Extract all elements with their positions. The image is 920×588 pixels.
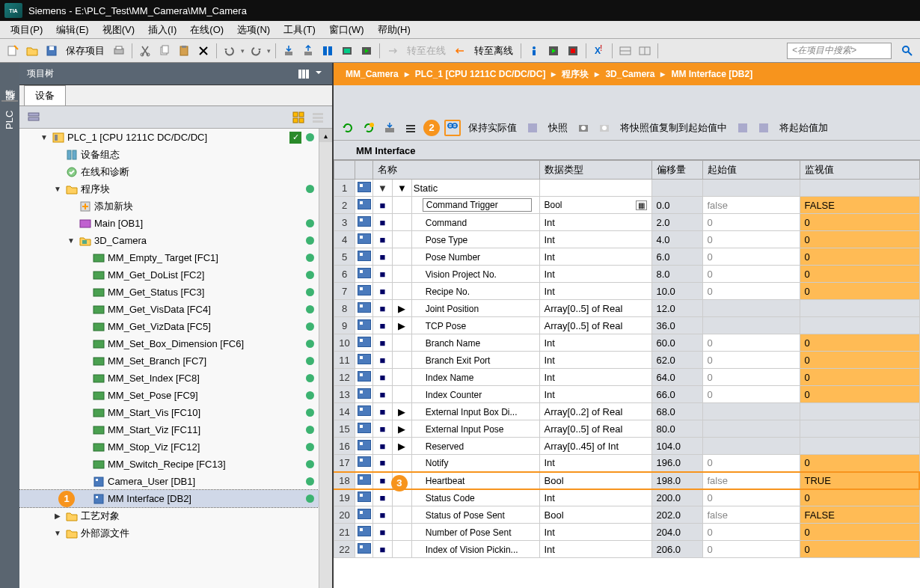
cell-name[interactable]: Number of Pose Sent <box>411 524 539 541</box>
redo-button[interactable] <box>248 43 264 59</box>
cell-type[interactable]: Int <box>539 489 651 506</box>
tree-node[interactable]: ▶工艺对象 <box>19 507 332 524</box>
table-row[interactable]: 2■Command TriggerBool▦0.0falseFALSE <box>334 197 920 214</box>
paste-button[interactable] <box>176 43 192 59</box>
tree-node[interactable]: ▼PLC_1 [CPU 1211C DC/DC/DC]✓ <box>19 129 332 146</box>
cell-name[interactable]: Joint Position <box>411 300 539 317</box>
tree-node[interactable]: MM_Get_VizData [FC5] <box>19 318 332 335</box>
tree-detail-button[interactable] <box>310 109 326 126</box>
table-row[interactable]: 15■▶External Input PoseArray[0..5] of Re… <box>334 420 920 438</box>
tree-node[interactable]: MM_Get_VisData [FC4] <box>19 301 332 318</box>
cell-start-value[interactable]: 0 <box>702 489 800 506</box>
col-offset[interactable]: 偏移量 <box>651 161 702 180</box>
cell-type[interactable]: Int <box>539 231 651 248</box>
cell-start-value[interactable]: 0 <box>702 231 800 248</box>
cell-type[interactable]: Int <box>539 352 651 369</box>
cell-start-value[interactable]: 0 <box>702 369 800 386</box>
tree-node[interactable]: MM_Stop_Viz [FC12] <box>19 438 332 456</box>
tree-node[interactable]: MM_Set_Box_Dimension [FC6] <box>19 335 332 352</box>
menu-item[interactable]: 在线(O) <box>184 22 230 38</box>
snapshot-button[interactable] <box>575 120 592 136</box>
cell-start-value[interactable]: 0 <box>702 524 800 541</box>
cell-name[interactable]: External Input Box Di... <box>411 403 539 420</box>
cell-start-value[interactable] <box>702 438 800 455</box>
col-name[interactable]: 名称 <box>373 161 540 180</box>
cell-start-value[interactable]: false <box>702 197 800 214</box>
copy-snap-button2[interactable] <box>755 120 772 136</box>
table-row[interactable]: 22■Index of Vision Pickin...Int206.000 <box>334 541 920 558</box>
cell-start-value[interactable]: 0 <box>702 334 800 352</box>
cell-type[interactable]: Int <box>539 334 651 352</box>
accessible-devices-button[interactable] <box>526 43 542 59</box>
snapshot2-button[interactable] <box>596 120 613 136</box>
cell-type[interactable]: Bool <box>539 506 651 524</box>
table-row[interactable]: 21■Number of Pose SentInt204.000 <box>334 524 920 541</box>
cell-type[interactable]: Int <box>539 524 651 541</box>
menu-item[interactable]: 帮助(H) <box>372 22 417 38</box>
scroll-up-icon[interactable]: ▴ <box>319 129 332 142</box>
tree-toggle-icon[interactable]: ▼ <box>52 529 63 537</box>
keep-actual-button[interactable] <box>524 120 541 136</box>
table-row[interactable]: 16■▶ReservedArray[0..45] of Int104.0 <box>334 438 920 455</box>
cell-type[interactable]: Array[0..2] of Real <box>539 403 651 420</box>
cell-name[interactable]: Recipe No. <box>411 283 539 300</box>
cell-type[interactable]: Int <box>539 369 651 386</box>
cell-type[interactable]: Int <box>539 386 651 403</box>
breadcrumb-item[interactable]: PLC_1 [CPU 1211C DC/DC/DC] <box>411 69 551 79</box>
expand-toggle[interactable]: ▼ <box>392 180 411 197</box>
cell-type[interactable]: Int <box>539 266 651 283</box>
project-tree[interactable]: ▼PLC_1 [CPU 1211C DC/DC/DC]✓设备组态在线和诊断▼程序… <box>19 129 332 588</box>
menu-item[interactable]: 视图(V) <box>96 22 141 38</box>
cell-start-value[interactable]: 0 <box>702 541 800 558</box>
tree-node[interactable]: MM_Get_DoList [FC2] <box>19 266 332 284</box>
tree-node[interactable]: ▼外部源文件 <box>19 524 332 542</box>
cell-type[interactable]: Int <box>539 283 651 300</box>
cell-name[interactable]: Status of Pose Sent <box>411 506 539 524</box>
cell-start-value[interactable]: 0 <box>702 248 800 266</box>
cell-name[interactable]: External Input Pose <box>411 420 539 438</box>
tree-view-button[interactable] <box>290 109 307 126</box>
menu-item[interactable]: 插入(I) <box>142 22 183 38</box>
cell-type[interactable]: Int <box>539 455 651 472</box>
cell-name[interactable]: Status Code <box>411 489 539 506</box>
cell-type[interactable]: Int <box>539 214 651 231</box>
devices-tab[interactable]: 设备 <box>24 85 66 105</box>
stop-cpu-button[interactable] <box>565 43 581 59</box>
upload-button[interactable] <box>300 43 316 59</box>
tree-node[interactable]: Main [OB1] <box>19 215 332 232</box>
data-block-table[interactable]: 名称 数据类型 偏移量 起始值 监视值 1▼▼Static2■Command T… <box>334 159 920 588</box>
plc-programming-tab[interactable]: PLC 编程 <box>1 100 18 135</box>
table-row[interactable]: 8■▶Joint PositionArray[0..5] of Real12.0 <box>334 300 920 317</box>
cross-ref-button[interactable]: X! <box>591 43 607 59</box>
cell-type[interactable]: Array[0..5] of Real <box>539 317 651 334</box>
table-row[interactable]: 7■Recipe No.Int10.000 <box>334 283 920 300</box>
table-row[interactable]: 9■▶TCP PoseArray[0..5] of Real36.0 <box>334 317 920 334</box>
tree-node[interactable]: MM_Start_Viz [FC11] <box>19 421 332 438</box>
simulate-button[interactable] <box>339 43 355 59</box>
columns-icon[interactable] <box>298 68 310 80</box>
name-edit-input[interactable]: Command Trigger <box>423 198 532 212</box>
breadcrumb-item[interactable]: MM_Camera <box>341 69 403 79</box>
split-v-button[interactable] <box>637 43 653 59</box>
tree-options-button[interactable] <box>25 109 42 126</box>
cell-start-value[interactable]: 0 <box>702 386 800 403</box>
cell-name[interactable]: Command Trigger <box>411 197 539 214</box>
tree-node[interactable]: 添加新块 <box>19 197 332 215</box>
cell-type[interactable]: Array[0..5] of Real <box>539 420 651 438</box>
cell-type[interactable]: Bool▦ <box>539 197 651 214</box>
table-row[interactable]: 6■Vision Project No.Int8.000 <box>334 266 920 283</box>
cell-name[interactable]: Index Name <box>411 369 539 386</box>
cell-name[interactable]: Branch Name <box>411 334 539 352</box>
menu-item[interactable]: 项目(P) <box>4 22 49 38</box>
tree-node[interactable]: MM_Switch_Recipe [FC13] <box>19 456 332 473</box>
menu-item[interactable]: 工具(T) <box>277 22 322 38</box>
collapse-icon[interactable] <box>313 68 325 80</box>
expand-toggle[interactable]: ▶ <box>392 420 411 438</box>
split-h-button[interactable] <box>617 43 634 59</box>
start-cpu-button[interactable] <box>545 43 562 59</box>
menu-item[interactable]: 选项(N) <box>231 22 276 38</box>
menu-item[interactable]: 编辑(E) <box>50 22 94 38</box>
cell-name[interactable]: Branch Exit Port <box>411 352 539 369</box>
type-picker-icon[interactable]: ▦ <box>636 200 647 210</box>
cell-start-value[interactable]: 0 <box>702 266 800 283</box>
